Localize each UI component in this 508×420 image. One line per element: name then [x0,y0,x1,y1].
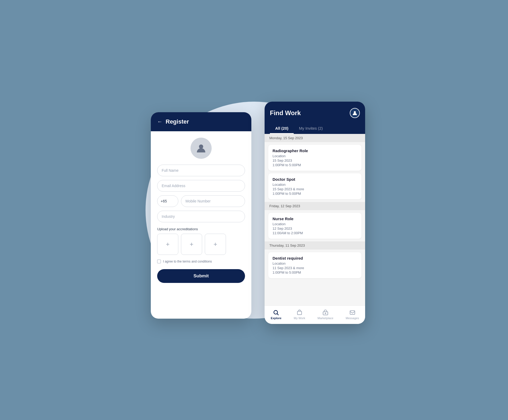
avatar-circle [190,138,212,159]
findwork-body: Monday, 15 Sep 2023 Radiographer Role Lo… [265,134,365,303]
upload-plus-icon-2: + [190,241,193,248]
messages-icon [350,310,355,315]
svg-point-1 [354,111,356,113]
tab-all[interactable]: All (20) [270,123,294,134]
job-location: Location [273,183,357,187]
register-phone: ← Register Upload your accredit [151,112,251,319]
my-work-nav-label: My Work [294,317,305,320]
tab-my-invites[interactable]: My Invites (2) [294,123,328,134]
job-time: 1:00PM to 5:00PM [273,163,357,167]
full-name-input[interactable] [157,165,245,176]
job-card-doctor[interactable]: Doctor Spot Location 15 Sep 2023 & more … [268,173,361,199]
job-title: Radiographer Role [273,148,357,153]
upload-row: + + + [157,234,245,255]
user-avatar-icon [196,143,206,153]
register-header: ← Register [151,112,251,131]
messages-nav-label: Messages [346,317,359,320]
job-title: Dentist required [273,256,357,260]
findwork-title: Find Work [270,109,301,117]
avatar-icon [352,110,357,116]
findwork-phone: Find Work All (20) My Invites (2) Monday… [265,102,365,324]
upload-box-1[interactable]: + [157,234,178,255]
job-location: Location [273,261,357,265]
upload-section: Upload your accreditations + + + [157,227,245,255]
upload-box-2[interactable]: + [181,234,202,255]
marketplace-icon [323,310,328,315]
findwork-header: Find Work All (20) My Invites (2) [265,102,365,134]
marketplace-nav-label: Marketplace [318,317,333,320]
findwork-tabs: All (20) My Invites (2) [270,123,360,134]
findwork-avatar-button[interactable] [350,108,360,118]
terms-checkbox[interactable] [157,260,161,263]
explore-icon [273,310,279,315]
job-card-nurse[interactable]: Nurse Role Location 12 Sep 2023 11:00AM … [268,213,361,239]
date-header-2: Friday, 12 Sep 2023 [265,202,365,210]
upload-box-3[interactable]: + [205,234,226,255]
job-date: 15 Sep 2023 & more [273,187,357,191]
upload-label: Upload your accreditations [157,227,245,231]
job-time: 1:00PM to 5:00PM [273,270,357,274]
terms-row: I agree to the terms and conditions [157,260,245,263]
country-code-input[interactable] [157,195,178,207]
job-time: 1:00PM to 5:00PM [273,192,357,196]
avatar-upload-area[interactable] [157,138,245,159]
register-title: Register [166,118,189,125]
submit-button[interactable]: Submit [157,269,245,283]
nav-my-work[interactable]: My Work [294,310,305,320]
date-header-3: Thursday, 11 Sep 2023 [265,241,365,250]
phone-row [157,195,245,207]
job-card-dentist[interactable]: Dentist required Location 11 Sep 2023 & … [268,252,361,278]
scene: ← Register Upload your accredit [135,91,373,329]
job-card-radiographer[interactable]: Radiographer Role Location 15 Sep 2023 1… [268,145,361,171]
back-button[interactable]: ← [157,119,162,125]
upload-plus-icon-3: + [214,241,217,248]
svg-point-0 [199,144,203,149]
job-location: Location [273,154,357,158]
terms-label: I agree to the terms and conditions [163,260,212,263]
svg-rect-8 [350,311,355,314]
industry-input[interactable] [157,211,245,222]
job-location: Location [273,222,357,226]
register-form: Upload your accreditations + + + I agree… [151,131,251,288]
explore-nav-label: Explore [271,317,281,320]
bottom-nav: Explore My Work Marketplace [265,305,365,324]
my-work-icon [297,310,302,315]
job-date: 11 Sep 2023 & more [273,266,357,270]
svg-rect-4 [297,311,302,315]
job-title: Nurse Role [273,216,357,221]
job-date: 15 Sep 2023 [273,159,357,162]
email-input[interactable] [157,180,245,192]
nav-explore[interactable]: Explore [271,310,281,320]
upload-plus-icon-1: + [166,241,170,248]
job-time: 11:00AM to 2:00PM [273,231,357,235]
date-header-1: Monday, 15 Sep 2023 [265,134,365,142]
nav-marketplace[interactable]: Marketplace [318,310,333,320]
job-date: 12 Sep 2023 [273,227,357,231]
findwork-header-top: Find Work [270,108,360,118]
nav-messages[interactable]: Messages [346,310,359,320]
mobile-input[interactable] [181,195,245,207]
job-title: Doctor Spot [273,177,357,182]
svg-line-3 [277,314,278,315]
